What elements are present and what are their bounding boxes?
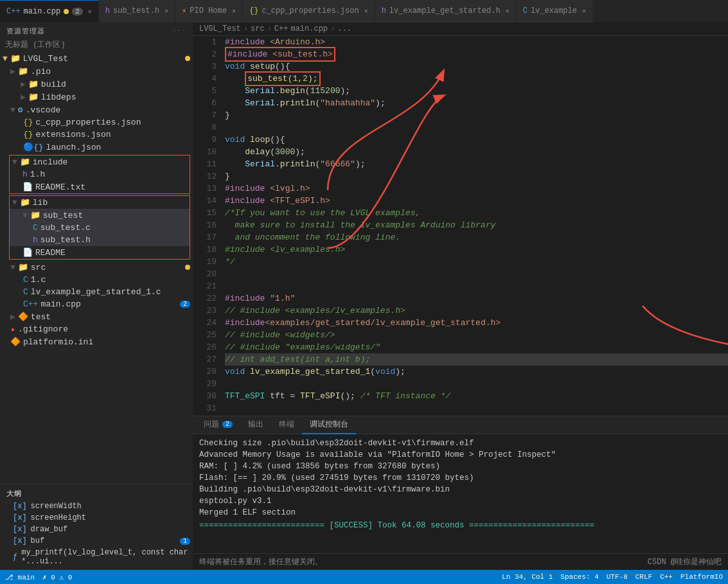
highlight-box: #include <sub_test.h> xyxy=(225,47,335,62)
close-icon[interactable]: ✕ xyxy=(164,7,168,15)
var-icon: [x] xyxy=(13,513,27,522)
code-line-14: #include <TFT_eSPI.h> xyxy=(225,195,728,207)
tree-item-label: build xyxy=(41,80,66,89)
outline-item-screenwidth[interactable]: [x] screenWidth xyxy=(0,500,193,512)
status-dot xyxy=(185,56,190,61)
tree-item-sub-test[interactable]: ▼ 📁 sub_test xyxy=(10,209,190,222)
tab-problems[interactable]: 问题 2 xyxy=(196,416,240,434)
tree-item-lib[interactable]: ▼ 📁 lib xyxy=(10,196,190,209)
tree-item-test[interactable]: ▶ 🔶 test xyxy=(0,310,193,323)
tab-sub-test-h[interactable]: h sub_test.h ✕ xyxy=(99,0,175,22)
tab-label: main.cpp xyxy=(24,7,61,16)
sidebar-ellipsis[interactable]: ··· xyxy=(172,26,186,36)
tree-item-extjson[interactable]: {} extensions.json xyxy=(0,128,193,141)
h-icon: h xyxy=(382,6,386,15)
outline-item-screenheight[interactable]: [x] screenHeight xyxy=(0,512,193,524)
close-icon[interactable]: ✕ xyxy=(582,7,586,15)
line-number: 8 xyxy=(193,121,217,134)
line-number: 26 xyxy=(193,341,217,353)
chevron-right-icon: ▶ xyxy=(21,79,26,89)
terminal-line: Building .pio\build\esp32doit-devkit-v1\… xyxy=(199,484,722,495)
status-language[interactable]: C++ xyxy=(660,573,673,581)
line-number: 16 xyxy=(193,219,217,231)
tab-terminal[interactable]: 终端 xyxy=(271,416,302,434)
tree-item-vscode[interactable]: ▼ ⚙ .vscode xyxy=(0,103,193,116)
line-number: 20 xyxy=(193,268,217,280)
tree-item-platformio[interactable]: 🔶 platformio.ini xyxy=(0,335,193,348)
workspace-label[interactable]: 无标题 (工作区) xyxy=(0,37,193,52)
file-tree: ▼ 📁 LVGL_Test ▶ 📁 .pio ▶ 📁 build ▶ 📁 lib… xyxy=(0,52,193,484)
code-line-31 xyxy=(225,402,728,414)
line-number: 13 xyxy=(193,182,217,195)
folder-open-icon: ▼ xyxy=(3,54,8,64)
outline-item-buf[interactable]: [x] buf 1 xyxy=(0,535,193,547)
tab-main-cpp[interactable]: C++ main.cpp 2 ✕ xyxy=(0,0,99,22)
highlight-box: sub_test(1,2); xyxy=(245,71,320,86)
tree-item-readme-txt[interactable]: 📄 README.txt xyxy=(10,181,190,193)
line-number: 21 xyxy=(193,280,217,292)
tree-item-include[interactable]: ▼ 📁 include xyxy=(10,155,190,168)
tree-item-label: sub_test.h xyxy=(40,235,91,245)
tab-c-cpp-props[interactable]: {} c_cpp_properties.json ✕ xyxy=(243,0,375,22)
breadcrumb-sep: › xyxy=(267,24,272,33)
code-line-23: // #include <examples/lv_examples.h> xyxy=(225,305,728,317)
cpp-icon: C++ xyxy=(6,7,21,16)
line-numbers: 1 2 3 4 5 6 7 8 9 10 11 12 13 14 xyxy=(193,36,222,416)
tree-item-gitignore[interactable]: ⬥ .gitignore xyxy=(0,323,193,335)
pio-icon: ⚡ xyxy=(182,6,186,16)
outline-item-myprintf[interactable]: ƒ my_printf(lv_log_level_t, const char *… xyxy=(0,547,193,567)
tree-item-cppprop[interactable]: {} c_cpp_properties.json xyxy=(0,116,193,128)
line-number: 1 xyxy=(193,36,217,48)
status-branch[interactable]: ⎇ main xyxy=(5,573,35,581)
line-number: 2 xyxy=(193,48,217,60)
tree-item-1h[interactable]: h 1.h xyxy=(10,168,190,181)
line-number: 3 xyxy=(193,60,217,73)
tree-item-readme[interactable]: 📄 README xyxy=(10,246,190,259)
code-line-17: and uncomment the following line. xyxy=(225,231,728,243)
tree-item-label: c_cpp_properties.json xyxy=(36,118,141,127)
tree-item-label: .vscode xyxy=(26,105,61,115)
tab-lv-example-h[interactable]: h lv_example_get_started.h ✕ xyxy=(375,0,517,22)
status-platform[interactable]: PlatformIO xyxy=(680,573,723,581)
line-number: 12 xyxy=(193,170,217,182)
tree-item-src[interactable]: ▼ 📁 src xyxy=(0,261,193,274)
code-content[interactable]: #include <Arduino.h> #include <sub_test.… xyxy=(222,36,728,416)
tree-item-sub-test-h[interactable]: h sub_test.h xyxy=(10,234,190,246)
tree-item-1c[interactable]: C 1.c xyxy=(0,274,193,286)
outline-item-label: buf xyxy=(31,536,45,545)
outline-item-drawbuf[interactable]: [x] draw_buf xyxy=(0,524,193,535)
close-icon[interactable]: ✕ xyxy=(506,7,510,15)
tab-label: lv_example_get_started.h xyxy=(389,6,501,15)
terminal-line: Merged 1 ELF section xyxy=(199,507,722,518)
breadcrumb-part: ... xyxy=(337,24,351,33)
code-line-24: #include<examples/get_started/lv_example… xyxy=(225,317,728,329)
tree-item-launchjson[interactable]: 🔵{} launch.json xyxy=(0,141,193,154)
tree-item-lv-example-c[interactable]: C lv_example_get_started_1.c xyxy=(0,286,193,298)
tree-item-libdeps[interactable]: ▶ 📁 libdeps xyxy=(0,91,193,103)
code-line-10: delay(3000); xyxy=(225,146,728,158)
breadcrumb-sep: › xyxy=(244,24,248,33)
code-line-28: void lv_example_get_started_1(void); xyxy=(225,366,728,378)
close-icon[interactable]: ✕ xyxy=(232,7,236,15)
tab-debug-console[interactable]: 调试控制台 xyxy=(302,416,356,434)
tab-label: sub_test.h xyxy=(113,6,159,15)
tab-output[interactable]: 输出 xyxy=(240,416,271,434)
breadcrumb-part: main.cpp xyxy=(290,24,328,33)
unsaved-dot xyxy=(64,9,69,14)
test-icon: 🔶 xyxy=(18,312,28,322)
tab-lv-example-c[interactable]: C lv_example ✕ xyxy=(517,0,593,22)
tab-pio-home[interactable]: ⚡ PIO Home ✕ xyxy=(175,0,243,22)
close-icon[interactable]: ✕ xyxy=(364,7,368,15)
vscode-icon: ⚙ xyxy=(18,105,23,115)
close-icon[interactable]: ✕ xyxy=(88,8,92,15)
code-line-29 xyxy=(225,378,728,390)
tree-root[interactable]: ▼ 📁 LVGL_Test xyxy=(0,52,193,65)
status-bar-right: Ln 34, Col 1 Spaces: 4 UTF-8 CRLF C++ Pl… xyxy=(502,573,723,581)
tree-item-pio[interactable]: ▶ 📁 .pio xyxy=(0,65,193,78)
tree-item-sub-test-c[interactable]: C sub_test.c xyxy=(10,222,190,234)
status-errors[interactable]: ✗ 0 ⚠ 0 xyxy=(42,573,72,581)
modified-badge: 2 xyxy=(180,301,190,308)
tree-item-build[interactable]: ▶ 📁 build xyxy=(0,78,193,91)
code-line-21 xyxy=(225,280,728,292)
tree-item-main-cpp[interactable]: C++ main.cpp 2 xyxy=(0,298,193,310)
